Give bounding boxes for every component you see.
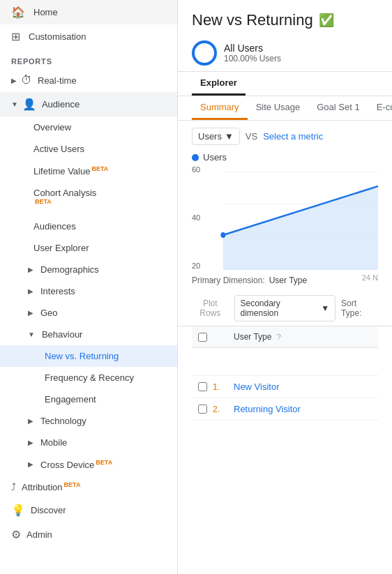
table-toolbar: Plot Rows Secondary dimension ▼ Sort Typ… [178, 291, 392, 326]
sidebar-behaviour-label: Behaviour [42, 329, 83, 340]
cross-device-beta-badge: BETA [96, 459, 112, 466]
sidebar-item-audiences[interactable]: Audiences [0, 216, 177, 237]
tab-ecomm[interactable]: E-comm [368, 96, 392, 120]
metric-dropdown[interactable]: Users ▼ [192, 128, 240, 145]
main-content: New vs Returning ✅ All Users 100.00% Use… [178, 0, 392, 574]
customisation-icon: ⊞ [11, 30, 20, 43]
row1-checkbox-cell [192, 382, 213, 391]
sidebar-item-cross-device[interactable]: ▶ Cross DeviceBETA [0, 453, 177, 476]
sidebar-item-behaviour[interactable]: ▼ Behaviour [0, 324, 177, 345]
sidebar-item-new-vs-returning[interactable]: New vs. Returning [0, 345, 177, 367]
tab-summary[interactable]: Summary [192, 96, 248, 120]
home-icon: 🏠 [11, 6, 25, 19]
segment-circle-icon [192, 40, 217, 66]
x-label-start: ... [209, 273, 215, 282]
metric-selector-row: Users ▼ VS Select a metric [178, 121, 392, 152]
behaviour-expand-arrow: ▼ [28, 331, 35, 338]
table-row: 2. Returning Visitor [192, 398, 378, 421]
admin-icon: ⚙ [11, 528, 21, 541]
sidebar-attribution-label: AttributionBETA [22, 481, 80, 492]
chart-legend: Users [192, 152, 378, 163]
vs-text: VS [246, 131, 257, 142]
sidebar-item-audience[interactable]: ▼ 👤 Audience [0, 92, 177, 116]
secondary-dimension-arrow: ▼ [321, 303, 329, 313]
sidebar-item-demographics[interactable]: ▶ Demographics [0, 259, 177, 280]
metric-dropdown-arrow: ▼ [225, 131, 234, 142]
sidebar-item-cohort-analysis[interactable]: Cohort AnalysisBETA [0, 182, 177, 215]
sidebar-item-mobile[interactable]: ▶ Mobile [0, 432, 177, 453]
sidebar-item-user-explorer[interactable]: User Explorer [0, 237, 177, 259]
tab-site-usage[interactable]: Site Usage [248, 96, 309, 120]
sidebar-audiences-label: Audiences [33, 221, 76, 232]
chart-svg [192, 165, 378, 270]
row2-checkbox[interactable] [198, 405, 207, 414]
person-icon: 👤 [22, 98, 36, 111]
sidebar-item-frequency-recency[interactable]: Frequency & Recency [0, 367, 177, 388]
sidebar-item-interests[interactable]: ▶ Interests [0, 280, 177, 302]
sidebar-engagement-label: Engagement [45, 394, 96, 405]
table-header: User Type ? [192, 326, 378, 348]
segment-info: All Users 100.00% Users [224, 43, 281, 63]
interests-expand-arrow: ▶ [28, 287, 33, 295]
reports-section-label: REPORTS [0, 49, 177, 68]
sidebar-item-active-users[interactable]: Active Users [0, 138, 177, 160]
row1-rank: 1. [213, 382, 234, 392]
sidebar-item-engagement[interactable]: Engagement [0, 388, 177, 410]
empty-space-row [192, 348, 378, 376]
discover-icon: 💡 [11, 504, 25, 517]
sidebar-frequency-recency-label: Frequency & Recency [45, 372, 134, 383]
row1-name[interactable]: New Visitor [234, 382, 378, 392]
sidebar-item-geo[interactable]: ▶ Geo [0, 302, 177, 324]
explorer-tab-bar: Explorer [178, 72, 392, 96]
select-metric-link[interactable]: Select a metric [263, 131, 323, 142]
explorer-tab[interactable]: Explorer [192, 72, 246, 96]
sidebar-mobile-label: Mobile [40, 437, 67, 448]
audience-expand-arrow: ▼ [11, 100, 18, 108]
user-segment-box: All Users 100.00% Users [178, 35, 392, 72]
secondary-dimension-label: Secondary dimension [241, 299, 319, 318]
table-row: 1. New Visitor [192, 376, 378, 398]
sidebar-new-vs-returning-label: New vs. Returning [45, 351, 119, 361]
help-icon[interactable]: ? [277, 333, 281, 341]
sort-type-label: Sort Type: [341, 299, 378, 318]
select-all-checkbox[interactable] [198, 333, 207, 342]
lifetime-value-beta-badge: BETA [91, 165, 108, 172]
sidebar-demographics-label: Demographics [40, 264, 99, 275]
realtime-expand-arrow: ▶ [11, 77, 17, 84]
sidebar-item-lifetime-value[interactable]: Lifetime ValueBETA [0, 160, 177, 182]
secondary-dimension-dropdown[interactable]: Secondary dimension ▼ [234, 295, 336, 322]
row2-rank: 2. [213, 405, 234, 414]
geo-expand-arrow: ▶ [28, 309, 33, 317]
sidebar-item-attribution[interactable]: ⤴ AttributionBETA [0, 476, 177, 498]
column-user-type: User Type [234, 332, 271, 342]
verified-icon: ✅ [319, 13, 334, 28]
sidebar-discover-label: Discover [31, 505, 66, 515]
svg-point-4 [220, 232, 225, 238]
sidebar-technology-label: Technology [40, 416, 86, 426]
row2-name[interactable]: Returning Visitor [234, 404, 378, 414]
segment-percentage: 100.00% Users [224, 54, 281, 63]
x-label-end: 24 N [362, 273, 378, 282]
technology-expand-arrow: ▶ [28, 417, 33, 425]
sidebar-item-realtime[interactable]: ▶ ⏱ Real-time [0, 68, 177, 92]
sidebar-item-technology[interactable]: ▶ Technology [0, 410, 177, 432]
sidebar-home-label: Home [33, 7, 58, 17]
sidebar-item-home[interactable]: 🏠 Home [0, 0, 177, 24]
row1-checkbox[interactable] [198, 382, 207, 391]
mobile-expand-arrow: ▶ [28, 439, 33, 446]
sidebar-user-explorer-label: User Explorer [33, 243, 89, 253]
y-label-60: 60 [192, 165, 200, 174]
chart-area: Users 60 40 20 ... [178, 152, 392, 270]
sidebar-realtime-label: Real-time [38, 75, 77, 86]
sidebar-item-admin[interactable]: ⚙ Admin [0, 522, 177, 547]
tab-goal-set-1[interactable]: Goal Set 1 [308, 96, 368, 120]
sidebar-item-customisation[interactable]: ⊞ Customisation [0, 24, 177, 49]
sidebar-item-discover[interactable]: 💡 Discover [0, 498, 177, 522]
sidebar-item-overview[interactable]: Overview [0, 116, 177, 138]
sidebar-geo-label: Geo [40, 308, 58, 318]
segment-name: All Users [224, 43, 281, 54]
sidebar-admin-label: Admin [27, 529, 52, 540]
sidebar-interests-label: Interests [40, 286, 75, 296]
plot-rows-button[interactable]: Plot Rows [192, 296, 229, 321]
sidebar-audience-label: Audience [42, 99, 80, 109]
